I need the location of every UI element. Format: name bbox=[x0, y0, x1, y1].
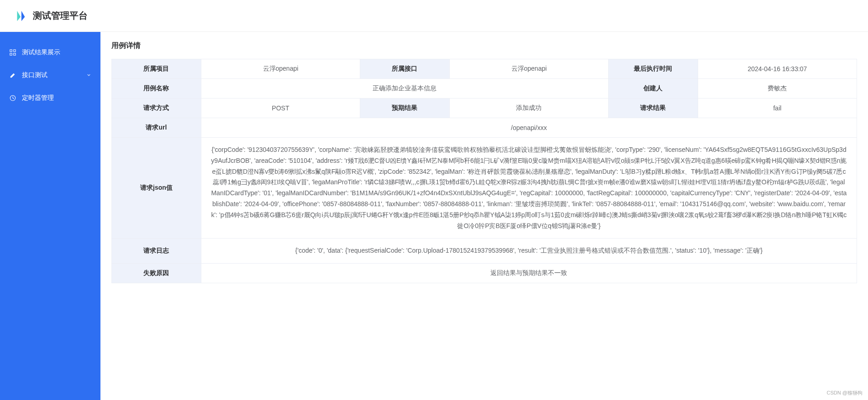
label-json: 请求json值 bbox=[112, 138, 201, 239]
svg-rect-1 bbox=[14, 50, 16, 52]
layout: 测试结果展示 接口测试 定时器管理 用例详情 bbox=[0, 32, 868, 400]
label-log: 请求日志 bbox=[112, 239, 201, 264]
sidebar-item-label: 测试结果展示 bbox=[22, 48, 60, 57]
main-content: 用例详情 所属项目 云浮openapi 所属接口 云浮openapi 最后执行时… bbox=[100, 32, 868, 400]
logo-icon bbox=[14, 9, 27, 23]
value-method: POST bbox=[201, 99, 360, 118]
table-row: 所属项目 云浮openapi 所属接口 云浮openapi 最后执行时间 202… bbox=[112, 59, 857, 79]
table-row: 请求url /openapi/xxx bbox=[112, 118, 857, 138]
grid-icon bbox=[9, 49, 16, 56]
header: 测试管理平台 bbox=[0, 0, 868, 32]
value-fail: 返回结果与预期结果不一致 bbox=[201, 264, 857, 283]
label-creator: 创建人 bbox=[609, 79, 698, 99]
label-project: 所属项目 bbox=[112, 59, 201, 79]
sidebar-item-results[interactable]: 测试结果展示 bbox=[0, 41, 100, 64]
label-last-exec: 最后执行时间 bbox=[609, 59, 698, 79]
clock-icon bbox=[9, 94, 16, 102]
pen-icon bbox=[9, 72, 16, 79]
label-case-name: 用例名称 bbox=[112, 79, 201, 99]
page-title: 用例详情 bbox=[111, 41, 857, 51]
detail-table: 所属项目 云浮openapi 所属接口 云浮openapi 最后执行时间 202… bbox=[111, 59, 857, 283]
sidebar-item-label: 定时器管理 bbox=[22, 94, 54, 102]
table-row: 请求json值 {'corpCode': '91230403720755639Y… bbox=[112, 138, 857, 239]
chevron-down-icon bbox=[86, 73, 91, 78]
label-url: 请求url bbox=[112, 118, 201, 138]
svg-rect-0 bbox=[10, 50, 12, 52]
sidebar: 测试结果展示 接口测试 定时器管理 bbox=[0, 32, 100, 400]
site-title: 测试管理平台 bbox=[33, 10, 88, 22]
watermark: CSDN @猕狲狗 bbox=[827, 390, 863, 396]
table-row: 用例名称 正确添加企业基本信息 创建人 费敏杰 bbox=[112, 79, 857, 99]
value-last-exec: 2024-04-16 16:33:07 bbox=[698, 59, 857, 79]
sidebar-item-api-test[interactable]: 接口测试 bbox=[0, 64, 100, 87]
value-case-name: 正确添加企业基本信息 bbox=[201, 79, 608, 99]
value-expected: 添加成功 bbox=[449, 99, 608, 118]
svg-rect-3 bbox=[14, 53, 16, 55]
label-interface: 所属接口 bbox=[360, 59, 450, 79]
label-expected: 预期结果 bbox=[360, 99, 450, 118]
table-row: 失败原因 返回结果与预期结果不一致 bbox=[112, 264, 857, 283]
svg-rect-2 bbox=[10, 53, 12, 55]
logo-wrap: 测试管理平台 bbox=[14, 9, 88, 23]
value-interface: 云浮openapi bbox=[449, 59, 608, 79]
value-url: /openapi/xxx bbox=[201, 118, 857, 138]
value-json: {'corpCode': '91230403720755639Y', 'corp… bbox=[201, 138, 857, 239]
sidebar-item-timer[interactable]: 定时器管理 bbox=[0, 87, 100, 109]
value-creator: 费敏杰 bbox=[698, 79, 857, 99]
table-row: 请求方式 POST 预期结果 添加成功 请求结果 fail bbox=[112, 99, 857, 118]
sidebar-item-label: 接口测试 bbox=[22, 71, 47, 79]
value-result: fail bbox=[698, 99, 857, 118]
value-log: {'code': '0', 'data': {'requestSerialCod… bbox=[201, 239, 857, 264]
label-result: 请求结果 bbox=[609, 99, 698, 118]
value-project: 云浮openapi bbox=[201, 59, 360, 79]
label-fail: 失败原因 bbox=[112, 264, 201, 283]
table-row: 请求日志 {'code': '0', 'data': {'requestSeri… bbox=[112, 239, 857, 264]
label-method: 请求方式 bbox=[112, 99, 201, 118]
